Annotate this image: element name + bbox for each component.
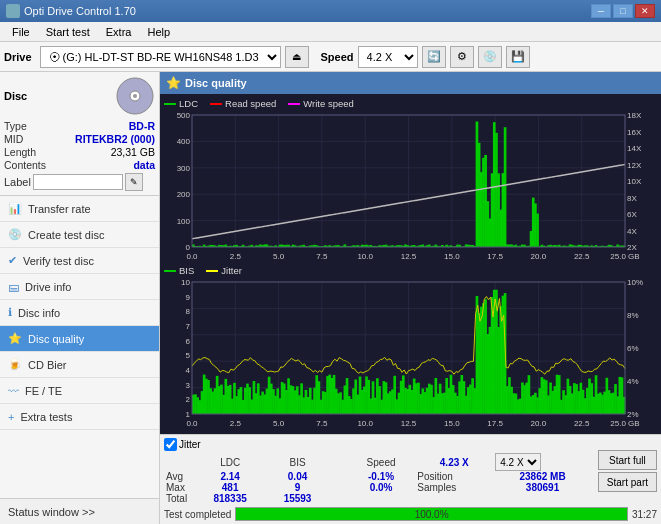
minimize-button[interactable]: ─ xyxy=(591,4,611,18)
disc-section-title: Disc xyxy=(4,90,27,102)
menu-extra[interactable]: Extra xyxy=(98,24,140,40)
samples-label: Samples xyxy=(413,482,495,493)
total-bis: 15593 xyxy=(266,493,329,504)
top-chart-canvas xyxy=(164,111,657,263)
refresh-button[interactable]: 🔄 xyxy=(422,46,446,68)
speed-label: Speed xyxy=(321,51,354,63)
content-title: Disc quality xyxy=(185,77,247,89)
avg-jitter: -0.1% xyxy=(349,471,413,482)
col-bis: BIS xyxy=(266,453,329,471)
eject-button[interactable]: ⏏ xyxy=(285,46,309,68)
speed-value: 4.23 X xyxy=(413,453,495,471)
action-buttons: Start full Start part xyxy=(598,450,657,492)
sidebar-item-disc-quality[interactable]: ⭐ Disc quality xyxy=(0,326,159,352)
jitter-checkbox[interactable] xyxy=(164,438,177,451)
avg-ldc: 2.14 xyxy=(194,471,266,482)
speed-select[interactable]: 4.2 X 2.0 X 1.0 X xyxy=(358,46,418,68)
menubar: File Start test Extra Help xyxy=(0,22,661,42)
disc-quality-icon: ⭐ xyxy=(8,332,22,345)
label-edit-button[interactable]: ✎ xyxy=(125,173,143,191)
max-jitter: 0.0% xyxy=(349,482,413,493)
menu-file[interactable]: File xyxy=(4,24,38,40)
fe-te-icon: 〰 xyxy=(8,385,19,397)
disc-info-icon: ℹ xyxy=(8,306,12,319)
sidebar-item-create-test-disc[interactable]: 💿 Create test disc xyxy=(0,222,159,248)
disc-info-panel: Disc Type BD-R MID RITEKBR2 (000) Length… xyxy=(0,72,159,196)
avg-bis: 0.04 xyxy=(266,471,329,482)
max-ldc: 481 xyxy=(194,482,266,493)
label-input[interactable] xyxy=(33,174,123,190)
app-icon xyxy=(6,4,20,18)
maximize-button[interactable]: □ xyxy=(613,4,633,18)
cd-bier-label: CD Bier xyxy=(28,359,67,371)
app-title: Opti Drive Control 1.70 xyxy=(24,5,136,17)
max-label: Max xyxy=(164,482,194,493)
label-label: Label xyxy=(4,176,31,188)
samples-value: 380691 xyxy=(495,482,590,493)
svg-point-2 xyxy=(133,94,137,98)
contents-label: Contents xyxy=(4,159,46,171)
top-chart-legend: LDC Read speed Write speed xyxy=(164,98,657,109)
avg-label: Avg xyxy=(164,471,194,482)
transfer-rate-label: Transfer rate xyxy=(28,203,91,215)
legend-bis: BIS xyxy=(179,265,194,276)
status-window-label: Status window >> xyxy=(8,506,95,518)
jitter-check-label: Jitter xyxy=(179,439,201,450)
save-button[interactable]: 💾 xyxy=(506,46,530,68)
disc-button[interactable]: 💿 xyxy=(478,46,502,68)
create-test-disc-label: Create test disc xyxy=(28,229,104,241)
sidebar-item-extra-tests[interactable]: + Extra tests xyxy=(0,404,159,430)
legend-write-speed: Write speed xyxy=(303,98,354,109)
sidebar-item-verify-test-disc[interactable]: ✔ Verify test disc xyxy=(0,248,159,274)
sidebar: Disc Type BD-R MID RITEKBR2 (000) Length… xyxy=(0,72,160,524)
disc-image-icon xyxy=(115,76,155,116)
sidebar-item-transfer-rate[interactable]: 📊 Transfer rate xyxy=(0,196,159,222)
menu-help[interactable]: Help xyxy=(139,24,178,40)
sidebar-item-fe-te[interactable]: 〰 FE / TE xyxy=(0,378,159,404)
transfer-rate-icon: 📊 xyxy=(8,202,22,215)
titlebar: Opti Drive Control 1.70 ─ □ ✕ xyxy=(0,0,661,22)
length-value: 23,31 GB xyxy=(111,146,155,158)
legend-jitter: Jitter xyxy=(221,265,242,276)
progress-percent: 100.0% xyxy=(236,508,627,520)
speed-display-select[interactable]: 4.2 X xyxy=(495,453,541,471)
cd-bier-icon: 🍺 xyxy=(8,358,22,371)
position-label: Position xyxy=(413,471,495,482)
verify-disc-icon: ✔ xyxy=(8,254,17,267)
type-value: BD-R xyxy=(129,120,155,132)
drive-label: Drive xyxy=(4,51,32,63)
extra-tests-label: Extra tests xyxy=(20,411,72,423)
verify-test-disc-label: Verify test disc xyxy=(23,255,94,267)
start-full-button[interactable]: Start full xyxy=(598,450,657,470)
sidebar-item-disc-info[interactable]: ℹ Disc info xyxy=(0,300,159,326)
content-header: ⭐ Disc quality xyxy=(160,72,661,94)
menu-start-test[interactable]: Start test xyxy=(38,24,98,40)
max-bis: 9 xyxy=(266,482,329,493)
settings-button[interactable]: ⚙ xyxy=(450,46,474,68)
status-window-button[interactable]: Status window >> xyxy=(0,498,159,524)
progress-row: Test completed 100.0% 31:27 xyxy=(164,507,657,521)
close-button[interactable]: ✕ xyxy=(635,4,655,18)
disc-info-label: Disc info xyxy=(18,307,60,319)
sidebar-nav: 📊 Transfer rate 💿 Create test disc ✔ Ver… xyxy=(0,196,159,498)
chart-area: LDC Read speed Write speed xyxy=(160,94,661,434)
mid-label: MID xyxy=(4,133,23,145)
bottom-chart-legend: BIS Jitter xyxy=(164,265,657,276)
fe-te-label: FE / TE xyxy=(25,385,62,397)
length-label: Length xyxy=(4,146,36,158)
drive-info-icon: 🖴 xyxy=(8,281,19,293)
bottom-panel: Jitter LDC BIS Speed 4.23 X xyxy=(160,434,661,524)
col-speed: Speed xyxy=(349,453,413,471)
legend-read-speed: Read speed xyxy=(225,98,276,109)
bottom-chart-canvas xyxy=(164,278,657,430)
drive-select[interactable]: 🖸 (G:) HL-DT-ST BD-RE WH16NS48 1.D3 xyxy=(40,46,281,68)
content-area: ⭐ Disc quality LDC Read speed xyxy=(160,72,661,524)
start-part-button[interactable]: Start part xyxy=(598,472,657,492)
create-disc-icon: 💿 xyxy=(8,228,22,241)
sidebar-item-drive-info[interactable]: 🖴 Drive info xyxy=(0,274,159,300)
time-display: 31:27 xyxy=(632,509,657,520)
drivebar: Drive 🖸 (G:) HL-DT-ST BD-RE WH16NS48 1.D… xyxy=(0,42,661,72)
status-text: Test completed xyxy=(164,509,231,520)
sidebar-item-cd-bier[interactable]: 🍺 CD Bier xyxy=(0,352,159,378)
position-value: 23862 MB xyxy=(495,471,590,482)
